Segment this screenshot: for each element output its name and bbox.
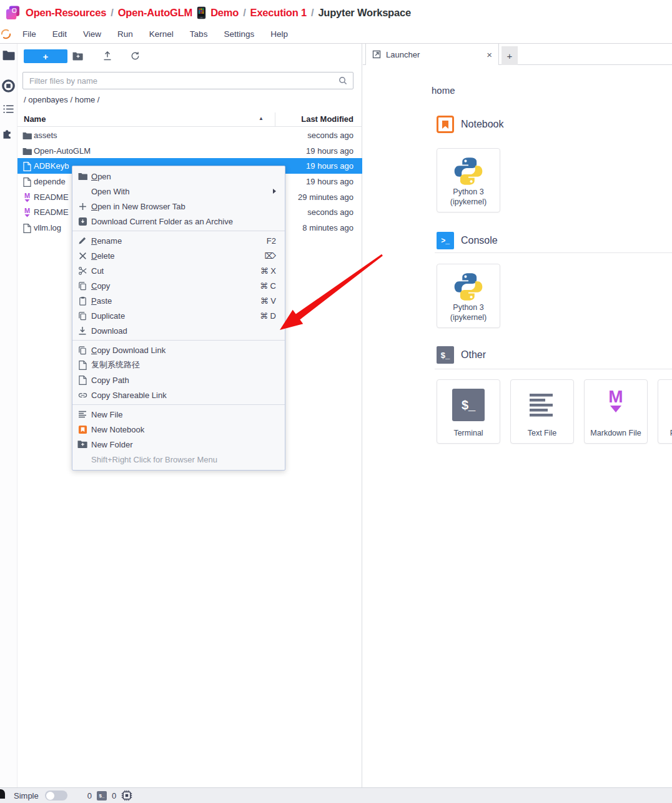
menu-item-download[interactable]: Download [72, 323, 285, 338]
menu-item-label: Copy Path [91, 376, 129, 385]
menu-settings[interactable]: Settings [224, 29, 254, 39]
menu-tabs[interactable]: Tabs [190, 29, 208, 39]
card-label: Text File [511, 428, 573, 438]
close-icon [77, 251, 87, 261]
sort-ascending-icon[interactable]: ▲ [259, 116, 264, 121]
other-section-title: Other [461, 349, 486, 361]
table-row[interactable]: assets seconds ago [17, 127, 362, 143]
menu-item-rename[interactable]: Rename F2 [72, 233, 285, 248]
new-tab-button[interactable]: + [502, 46, 518, 65]
menu-help[interactable]: Help [270, 29, 288, 39]
column-header-name[interactable]: Name [24, 114, 46, 124]
launcher-panel: Launcher × + home Notebook P [363, 44, 672, 787]
launcher-card-notebook-python3[interactable]: Python 3 (ipykernel) [437, 148, 500, 212]
tab-launcher[interactable]: Launcher × [365, 44, 499, 65]
card-label: Terminal [437, 428, 500, 438]
launcher-card-markdown-file[interactable]: M Markdown File [584, 379, 648, 444]
filter-files-input[interactable] [22, 72, 353, 89]
tab-launcher-label: Launcher [386, 50, 420, 59]
menu-item-open-with[interactable]: Open With [72, 184, 285, 199]
menu-hint-label: Shift+Right Click for Browser Menu [91, 455, 217, 464]
table-of-contents-tab-icon[interactable] [2, 104, 14, 114]
search-icon [338, 76, 347, 85]
menu-item-copy-system-path[interactable]: 复制系统路径 [72, 357, 285, 372]
menu-kernel[interactable]: Kernel [149, 29, 174, 39]
other-section-header: $_ Other [437, 346, 486, 364]
python-logo-icon [437, 155, 500, 187]
menu-item-copy[interactable]: Copy ⌘ C [72, 278, 285, 293]
menu-run[interactable]: Run [117, 29, 133, 39]
menu-item-new-notebook[interactable]: New Notebook [72, 422, 285, 437]
breadcrumb-separator: / [111, 7, 113, 19]
menu-item-open-new-browser-tab[interactable]: Open in New Browser Tab [72, 199, 285, 214]
launcher-card-console-python3[interactable]: Python 3 (ipykernel) [437, 264, 500, 328]
menu-item-copy-shareable-link[interactable]: Copy Shareable Link [72, 387, 285, 402]
breadcrumb-open-autoglm[interactable]: Open-AutoGLM [118, 7, 193, 19]
pencil-icon [77, 236, 87, 246]
terminals-count: 0 [87, 791, 92, 801]
menu-item-download-archive[interactable]: Download Current Folder as an Archive [72, 214, 285, 229]
table-row[interactable]: Open-AutoGLM 19 hours ago [17, 143, 362, 159]
file-icon [77, 375, 87, 385]
section-divider [435, 369, 672, 369]
launcher-card-terminal[interactable]: $_ Terminal [437, 379, 500, 444]
launcher-card-text-file[interactable]: Text File [510, 379, 574, 444]
menu-item-new-file[interactable]: New File [72, 407, 285, 422]
notebook-section-header: Notebook [437, 116, 504, 133]
menu-view[interactable]: View [83, 29, 101, 39]
menu-item-delete[interactable]: Delete ⌦ [72, 248, 285, 263]
menu-item-label: New Folder [91, 440, 132, 449]
launcher-card-python-file[interactable]: Python File [658, 379, 672, 444]
console-section-title: Console [461, 235, 498, 246]
file-modified: seconds ago [307, 131, 353, 140]
kernel-chip-icon[interactable] [121, 790, 132, 801]
submenu-arrow-icon [273, 189, 276, 194]
launcher-current-dir: home [432, 85, 455, 96]
menu-item-new-folder[interactable]: New Folder [72, 437, 285, 452]
phone-icon [197, 6, 206, 19]
column-header-last-modified[interactable]: Last Modified [301, 114, 353, 124]
running-kernels-tab-icon[interactable] [1, 79, 16, 93]
menu-hint: Shift+Right Click for Browser Menu [72, 452, 285, 467]
menu-item-label: Cut [91, 266, 104, 276]
menu-item-shortcut: ⌦ [265, 251, 276, 261]
copy-icon [77, 281, 87, 291]
file-icon [77, 360, 87, 370]
file-path-breadcrumb[interactable]: / openbayes / home / [24, 95, 99, 104]
card-label: Python 3 (ipykernel) [437, 187, 500, 207]
menu-edit[interactable]: Edit [52, 29, 67, 39]
terminal-icon[interactable]: $_ [97, 791, 107, 801]
breadcrumb-execution[interactable]: Execution 1 [250, 7, 307, 19]
menu-item-shortcut: F2 [267, 236, 276, 246]
new-folder-icon[interactable] [72, 52, 83, 61]
terminal-icon: $_ [437, 346, 454, 364]
breadcrumb-open-resources[interactable]: Open-Resources [26, 7, 106, 19]
menu-bar: File Edit View Run Kernel Tabs Settings … [0, 25, 672, 44]
notebook-icon [77, 424, 87, 434]
menu-item-cut[interactable]: Cut ⌘ X [72, 263, 285, 278]
menu-item-copy-download-link[interactable]: Copy Download Link [72, 342, 285, 357]
menu-item-copy-path[interactable]: Copy Path [72, 372, 285, 387]
folder-icon [77, 171, 87, 181]
file-icon [22, 161, 32, 171]
menu-item-paste[interactable]: Paste ⌘ V [72, 293, 285, 308]
text-file-icon [511, 392, 573, 417]
console-icon: >_ [437, 232, 454, 249]
menu-item-duplicate[interactable]: Duplicate ⌘ D [72, 308, 285, 323]
duplicate-icon [77, 311, 87, 321]
upload-icon[interactable] [103, 51, 112, 61]
menu-item-label: Copy [91, 281, 110, 291]
toggle-knob [46, 792, 54, 800]
extensions-tab-icon[interactable] [2, 127, 14, 139]
menu-item-label: Download [91, 326, 127, 336]
breadcrumb-demo[interactable]: Demo [210, 7, 239, 19]
close-icon[interactable]: × [487, 50, 492, 59]
menu-file[interactable]: File [22, 29, 36, 39]
file-browser-tab-icon[interactable] [2, 50, 15, 61]
file-name: README [34, 207, 69, 217]
menu-item-shortcut: ⌘ V [260, 296, 276, 306]
refresh-icon[interactable] [131, 51, 140, 61]
simple-mode-toggle[interactable] [45, 791, 67, 801]
new-launcher-button[interactable]: + [24, 49, 67, 63]
menu-item-open[interactable]: Open [72, 169, 285, 184]
